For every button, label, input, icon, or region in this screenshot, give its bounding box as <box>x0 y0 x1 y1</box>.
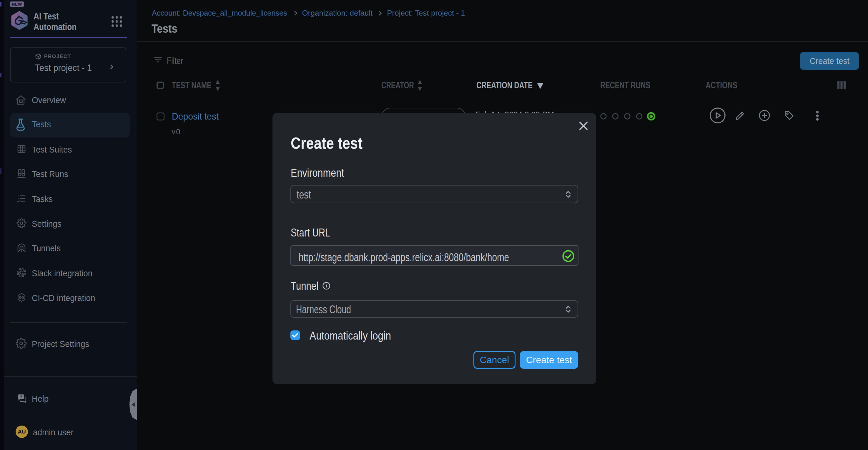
svg-text:?: ? <box>20 395 22 399</box>
